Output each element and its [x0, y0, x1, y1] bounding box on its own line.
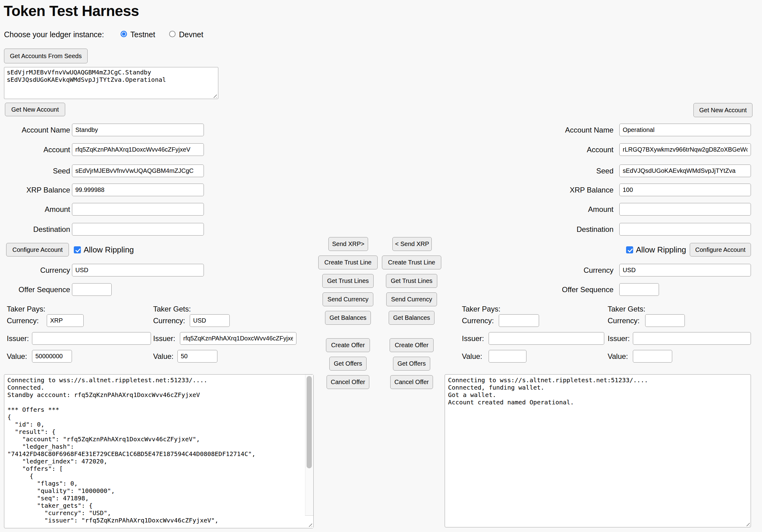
operational-taker-pays-currency-label: Currency:	[462, 314, 494, 327]
standby-account-input[interactable]	[72, 143, 204, 156]
operational-create-trust-line-button[interactable]: Create Trust Line	[382, 256, 441, 269]
operational-taker-gets-title: Taker Gets:	[608, 304, 646, 314]
operational-currency-label: Currency	[523, 264, 613, 276]
standby-currency-label: Currency	[0, 264, 70, 276]
operational-taker-pays-issuer-label: Issuer:	[462, 332, 484, 345]
operational-configure-account-button[interactable]: Configure Account	[690, 243, 751, 257]
operational-amount-label: Amount	[523, 203, 613, 216]
standby-account-label: Account	[0, 143, 70, 156]
testnet-radio[interactable]	[120, 31, 127, 37]
standby-log-textarea[interactable]: Connecting to wss://s.altnet.rippletest.…	[4, 374, 314, 528]
standby-taker-pays-title: Taker Pays:	[7, 304, 45, 314]
operational-log-textarea[interactable]: Connecting to wss://s.altnet.rippletest.…	[445, 374, 751, 527]
standby-destination-input[interactable]	[72, 223, 204, 236]
standby-send-currency-button[interactable]: Send Currency	[323, 292, 373, 306]
operational-taker-gets-issuer-input[interactable]	[633, 332, 751, 345]
testnet-label[interactable]: Testnet	[130, 30, 155, 39]
standby-destination-label: Destination	[0, 223, 70, 236]
operational-taker-pays-title: Taker Pays:	[462, 304, 500, 314]
operational-xrp-balance-input[interactable]	[619, 184, 751, 196]
devnet-radio[interactable]	[169, 31, 176, 37]
operational-taker-gets-currency-label: Currency:	[608, 314, 640, 327]
seeds-textarea[interactable]: sEdVjrMJEBvVfnvVwUQAQGBM4mZJCgC.Standby …	[4, 67, 218, 99]
standby-log-scrollbar-thumb[interactable]	[307, 376, 312, 468]
operational-seed-label: Seed	[523, 165, 613, 177]
operational-taker-gets-value-input[interactable]	[633, 350, 672, 362]
standby-taker-pays-issuer-label: Issuer:	[7, 332, 29, 345]
standby-xrp-balance-input[interactable]	[72, 184, 204, 196]
standby-taker-gets-value-input[interactable]	[178, 350, 217, 362]
operational-allow-rippling-label: Allow Rippling	[636, 243, 686, 257]
operational-get-balances-button[interactable]: Get Balances	[389, 311, 434, 325]
standby-taker-gets-currency-input[interactable]	[190, 314, 230, 327]
operational-destination-input[interactable]	[619, 223, 751, 236]
standby-taker-gets-issuer-label: Issuer:	[153, 332, 175, 345]
standby-offer-sequence-label: Offer Sequence	[0, 283, 70, 296]
operational-get-trust-lines-button[interactable]: Get Trust Lines	[386, 274, 437, 288]
operational-amount-input[interactable]	[619, 203, 751, 216]
operational-create-offer-button[interactable]: Create Offer	[390, 338, 433, 352]
operational-account-name-label: Account Name	[523, 123, 613, 136]
standby-get-balances-button[interactable]: Get Balances	[325, 311, 371, 325]
operational-cancel-offer-button[interactable]: Cancel Offer	[390, 375, 433, 389]
standby-amount-input[interactable]	[72, 203, 204, 216]
operational-account-input[interactable]	[619, 143, 751, 156]
operational-taker-gets-value-label: Value:	[608, 350, 628, 362]
operational-allow-rippling-checkbox[interactable]	[626, 246, 633, 254]
standby-allow-rippling-label: Allow Rippling	[84, 243, 134, 257]
standby-amount-label: Amount	[0, 203, 70, 216]
operational-seed-input[interactable]	[619, 165, 751, 177]
standby-get-new-account-button[interactable]: Get New Account	[5, 103, 65, 116]
page-title: Token Test Harness	[4, 2, 139, 19]
devnet-label[interactable]: Devnet	[179, 30, 203, 39]
standby-account-name-label: Account Name	[0, 123, 70, 136]
standby-get-offers-button[interactable]: Get Offers	[329, 357, 366, 371]
standby-taker-pays-issuer-input[interactable]	[32, 332, 151, 345]
standby-send-xrp-button[interactable]: Send XRP>	[329, 237, 368, 251]
operational-account-name-input[interactable]	[619, 123, 751, 136]
standby-offer-sequence-input[interactable]	[72, 283, 112, 296]
get-accounts-from-seeds-button[interactable]: Get Accounts From Seeds	[4, 48, 88, 63]
ledger-instance-label: Choose your ledger instance:	[4, 30, 104, 39]
operational-get-new-account-button[interactable]: Get New Account	[693, 103, 752, 117]
operational-account-label: Account	[523, 143, 613, 156]
operational-destination-label: Destination	[523, 223, 613, 236]
operational-taker-pays-issuer-input[interactable]	[489, 332, 604, 345]
standby-seed-label: Seed	[0, 165, 70, 177]
operational-taker-pays-value-label: Value:	[462, 350, 482, 362]
operational-taker-pays-value-input[interactable]	[489, 350, 526, 362]
standby-taker-gets-currency-label: Currency:	[153, 314, 185, 327]
operational-send-currency-button[interactable]: Send Currency	[386, 292, 437, 306]
standby-create-trust-line-button[interactable]: Create Trust Line	[318, 256, 378, 269]
operational-send-xrp-button[interactable]: < Send XRP	[392, 237, 432, 251]
operational-xrp-balance-label: XRP Balance	[523, 184, 613, 196]
operational-taker-gets-issuer-label: Issuer:	[608, 332, 630, 345]
standby-cancel-offer-button[interactable]: Cancel Offer	[327, 375, 369, 389]
standby-taker-pays-currency-input[interactable]	[47, 314, 84, 327]
standby-configure-account-button[interactable]: Configure Account	[6, 243, 69, 257]
operational-offer-sequence-input[interactable]	[619, 283, 659, 296]
operational-offer-sequence-label: Offer Sequence	[523, 283, 613, 296]
standby-allow-rippling-checkbox[interactable]	[74, 246, 81, 254]
standby-taker-pays-value-input[interactable]	[32, 350, 72, 362]
standby-account-name-input[interactable]	[72, 123, 204, 136]
standby-taker-pays-currency-label: Currency:	[7, 314, 39, 327]
operational-get-offers-button[interactable]: Get Offers	[393, 357, 430, 371]
standby-taker-pays-value-label: Value:	[7, 350, 27, 362]
standby-get-trust-lines-button[interactable]: Get Trust Lines	[322, 274, 374, 288]
standby-taker-gets-issuer-input[interactable]	[180, 332, 296, 345]
operational-taker-gets-currency-input[interactable]	[645, 314, 685, 327]
standby-currency-input[interactable]	[72, 264, 204, 276]
token-test-harness-page: Token Test Harness Choose your ledger in…	[0, 0, 762, 532]
standby-xrp-balance-label: XRP Balance	[0, 184, 70, 196]
operational-taker-pays-currency-input[interactable]	[499, 314, 539, 327]
operational-currency-input[interactable]	[619, 264, 751, 276]
standby-taker-gets-value-label: Value:	[153, 350, 174, 362]
standby-seed-input[interactable]	[72, 165, 204, 177]
standby-taker-gets-title: Taker Gets:	[153, 304, 191, 314]
standby-create-offer-button[interactable]: Create Offer	[326, 338, 370, 352]
